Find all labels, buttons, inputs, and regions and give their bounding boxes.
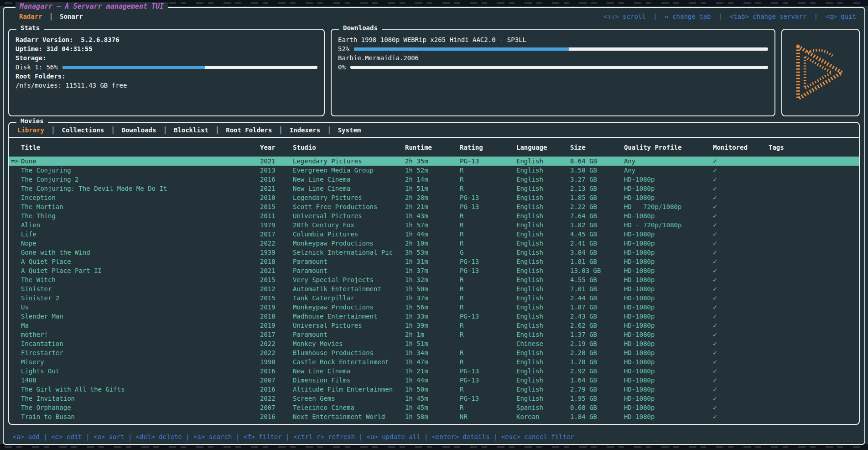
column-header-studio[interactable]: Studio bbox=[293, 144, 405, 151]
cell-quality-profile: HD-1080p bbox=[624, 230, 713, 238]
column-header-tags[interactable]: Tags bbox=[769, 144, 859, 151]
cell-rating: R bbox=[460, 386, 516, 393]
column-header-title[interactable]: Title bbox=[21, 144, 260, 151]
column-header-rating[interactable]: Rating bbox=[460, 144, 516, 151]
table-row[interactable]: The Witch2015Very Special Projects1h 32m… bbox=[9, 275, 859, 284]
table-row[interactable]: The Martian2015Scott Free Productions2h … bbox=[9, 202, 859, 211]
movies-tab-library[interactable]: Library bbox=[17, 126, 44, 134]
cell-quality-profile: HD-1080p bbox=[624, 340, 713, 347]
cell-quality-profile: HD-1080p bbox=[624, 276, 713, 283]
cell-studio: Universal Pictures bbox=[293, 212, 405, 220]
cell-rating: R bbox=[460, 185, 516, 192]
cell-title: The Thing bbox=[21, 212, 260, 220]
table-row[interactable]: Misery1990Castle Rock Entertainment1h 47… bbox=[9, 357, 859, 366]
cell-rating: G bbox=[460, 249, 516, 256]
movies-tab-indexers[interactable]: Indexers bbox=[290, 126, 320, 134]
cell-runtime: 1h 52m bbox=[405, 167, 460, 174]
table-row[interactable]: Nope2022Monkeypaw Productions2h 10mREngl… bbox=[9, 239, 859, 248]
servarr-tab-sonarr[interactable]: Sonarr bbox=[60, 13, 83, 20]
table-row[interactable]: Ma2019Universal Pictures1h 39mREnglish2.… bbox=[9, 321, 859, 330]
help-separator: | bbox=[355, 433, 366, 440]
table-row[interactable]: The Conjuring 22016New Line Cinema2h 14m… bbox=[9, 175, 859, 184]
cell-quality-profile: HD-1080p bbox=[624, 395, 713, 402]
column-header-runtime[interactable]: Runtime bbox=[405, 144, 460, 151]
table-row[interactable]: 14082007Dimension Films1h 44mPG-13Englis… bbox=[9, 376, 859, 385]
table-row[interactable]: Inception2010Legendary Pictures2h 28mPG-… bbox=[9, 193, 859, 202]
movies-tab-collections[interactable]: Collections bbox=[62, 126, 104, 134]
monitored-check-icon: ✓ bbox=[713, 358, 769, 366]
cell-title: Inception bbox=[21, 194, 260, 201]
table-row[interactable]: A Quiet Place2018Paramount1h 31mPG-13Eng… bbox=[9, 257, 859, 266]
table-row[interactable]: Slender Man2018Madhouse Entertainment1h … bbox=[9, 312, 859, 321]
cell-title: The Girl with All the Gifts bbox=[21, 386, 260, 393]
cell-size: 3.50 GB bbox=[570, 167, 624, 174]
cell-runtime: 1h 31m bbox=[405, 258, 460, 265]
column-header-size[interactable]: Size bbox=[570, 144, 624, 151]
cell-quality-profile: HD-1080p bbox=[624, 258, 713, 265]
column-header-language[interactable]: Language bbox=[516, 144, 570, 151]
cell-quality-profile: HD-1080p bbox=[624, 240, 713, 247]
table-row[interactable]: The Orphanage2007Telecinco Cinema1h 45mR… bbox=[9, 403, 859, 412]
cell-title: A Quiet Place Part II bbox=[21, 267, 260, 274]
cell-studio: Universal Pictures bbox=[293, 322, 405, 329]
tab-separator: │ bbox=[215, 126, 219, 134]
cell-quality-profile: HD-1080p bbox=[624, 331, 713, 338]
cell-runtime: 1h 37m bbox=[405, 294, 460, 302]
column-header-quality-profile[interactable]: Quality Profile bbox=[624, 144, 713, 151]
table-row[interactable]: Lights Out2016New Line Cinema1h 21mPG-13… bbox=[9, 366, 859, 376]
cell-language: English bbox=[516, 349, 570, 356]
servarr-tab-radarr[interactable]: Radarr bbox=[19, 13, 42, 20]
cell-language: English bbox=[516, 313, 570, 320]
movies-tab-blocklist[interactable]: Blocklist bbox=[174, 126, 208, 134]
table-row[interactable]: Sinister 22015Tank Caterpillar1h 37mREng… bbox=[9, 293, 859, 303]
cell-title: Slender Man bbox=[21, 313, 260, 320]
table-row[interactable]: Train to Busan2016Next Entertainment Wor… bbox=[9, 412, 859, 421]
cell-studio: Columbia Pictures bbox=[293, 230, 405, 238]
cell-year: 2012 bbox=[260, 285, 293, 293]
table-row[interactable]: The Conjuring2013Evergreen Media Group1h… bbox=[9, 166, 859, 175]
cell-studio: Monkeypaw Productions bbox=[293, 240, 405, 247]
cell-year: 2022 bbox=[260, 240, 293, 247]
monitored-check-icon: ✓ bbox=[713, 248, 769, 256]
cell-quality-profile: HD-1080p bbox=[624, 322, 713, 329]
monitored-check-icon: ✓ bbox=[713, 321, 769, 330]
cell-rating: R bbox=[460, 358, 516, 366]
table-row[interactable]: A Quiet Place Part II2021Paramount1h 37m… bbox=[9, 266, 859, 275]
cell-year: 2016 bbox=[260, 386, 293, 393]
table-row[interactable]: Us2019Monkeypaw Productions1h 56mREnglis… bbox=[9, 303, 859, 312]
cell-runtime: 1h 56m bbox=[405, 303, 460, 311]
cell-rating: NR bbox=[460, 413, 516, 420]
movies-tab-downloads[interactable]: Downloads bbox=[122, 126, 156, 134]
table-row[interactable]: The Thing2011Universal Pictures1h 43mREn… bbox=[9, 211, 859, 220]
cell-title: Train to Busan bbox=[21, 413, 260, 420]
column-header-monitored[interactable]: Monitored bbox=[713, 144, 769, 151]
table-row[interactable]: Life2017Columbia Pictures1h 44mREnglish4… bbox=[9, 230, 859, 239]
monitored-check-icon: ✓ bbox=[713, 175, 769, 183]
keybinding-hint: <del> delete bbox=[136, 433, 182, 440]
cell-quality-profile: HD-1080p bbox=[624, 285, 713, 293]
table-row[interactable]: mother!2017Paramount2h 1mREnglish1.37 GB… bbox=[9, 330, 859, 339]
movies-tab-bar: Library│Collections│Downloads│Blocklist│… bbox=[9, 123, 859, 138]
cell-studio: Screen Gems bbox=[293, 395, 405, 402]
table-row[interactable]: The Conjuring: The Devil Made Me Do It20… bbox=[9, 184, 859, 193]
table-row[interactable]: Incantation2022Monkey Movies1h 51mChines… bbox=[9, 339, 859, 348]
cell-runtime: 1h 47m bbox=[405, 358, 460, 366]
column-header-year[interactable]: Year bbox=[260, 144, 293, 151]
table-row[interactable]: Gone with the Wind1939Selznick Internati… bbox=[9, 248, 859, 257]
table-row[interactable]: Alien197920th Century Fox1h 57mREnglish1… bbox=[9, 220, 859, 230]
movies-tab-system[interactable]: System bbox=[338, 126, 361, 134]
table-row[interactable]: Sinister2012Automatik Entertainment1h 50… bbox=[9, 284, 859, 293]
monitored-check-icon: ✓ bbox=[713, 221, 769, 229]
cell-quality-profile: HD-1080p bbox=[624, 377, 713, 384]
table-row[interactable]: =>Dune2021Legendary Pictures2h 35mPG-13E… bbox=[9, 157, 859, 166]
tab-separator: │ bbox=[327, 126, 331, 134]
cell-studio: 20th Century Fox bbox=[293, 221, 405, 229]
movies-tab-root-folders[interactable]: Root Folders bbox=[226, 126, 272, 134]
cell-studio: Paramount bbox=[293, 267, 405, 274]
help-separator: | bbox=[282, 433, 293, 440]
table-row[interactable]: Firestarter2022Blumhouse Productions1h 3… bbox=[9, 348, 859, 357]
table-row[interactable]: The Girl with All the Gifts2016Altitude … bbox=[9, 385, 859, 394]
stats-panel-title: Stats bbox=[16, 24, 44, 31]
download-item-name: Barbie.Mermaidia.2006 bbox=[338, 53, 768, 63]
table-row[interactable]: The Invitation2022Screen Gems1h 45mPG-13… bbox=[9, 394, 859, 403]
